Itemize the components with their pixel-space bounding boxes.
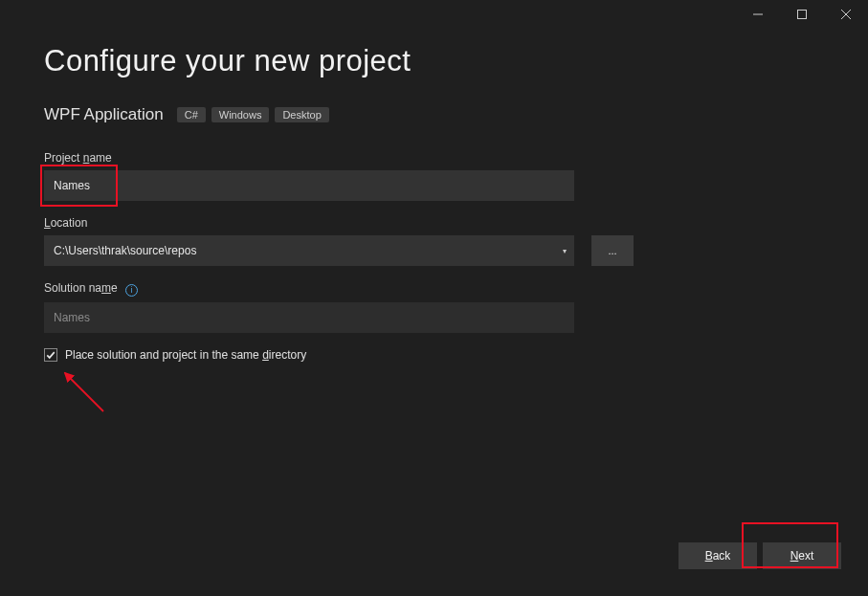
tag-csharp: C# <box>177 107 206 122</box>
minimize-button[interactable] <box>736 0 780 29</box>
info-icon[interactable]: i <box>125 284 138 297</box>
titlebar <box>0 0 868 31</box>
close-button[interactable] <box>824 0 868 29</box>
annotation-arrow-icon <box>59 367 107 415</box>
template-name: WPF Application <box>44 105 164 124</box>
solution-name-input <box>44 302 574 333</box>
same-directory-checkbox[interactable] <box>44 348 57 362</box>
tag-windows: Windows <box>211 107 270 122</box>
location-label: Location <box>44 216 824 230</box>
back-button[interactable]: Back <box>679 542 757 569</box>
same-directory-label: Place solution and project in the same d… <box>65 348 306 362</box>
location-input[interactable] <box>44 235 574 266</box>
solution-name-label: Solution name i <box>44 281 824 297</box>
template-summary: WPF Application C# Windows Desktop <box>44 105 824 124</box>
next-button[interactable]: Next <box>763 542 841 569</box>
tag-desktop: Desktop <box>275 107 328 122</box>
page-title: Configure your new project <box>44 44 824 78</box>
svg-line-4 <box>65 373 103 411</box>
project-name-label: Project name <box>44 151 824 165</box>
maximize-button[interactable] <box>780 0 824 29</box>
project-name-input[interactable] <box>44 170 574 201</box>
svg-rect-1 <box>798 11 807 19</box>
browse-button[interactable]: ... <box>591 235 634 266</box>
